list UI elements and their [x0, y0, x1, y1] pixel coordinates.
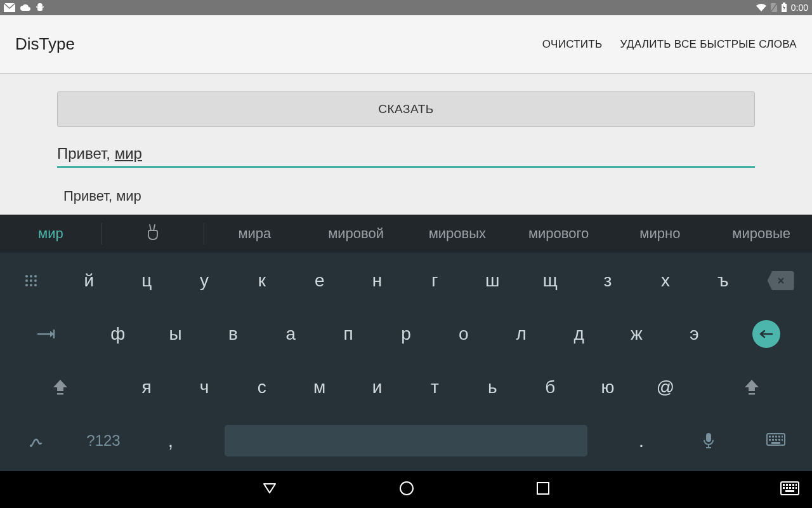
delete-all-quickwords-button[interactable]: УДАЛИТЬ ВСЕ БЫСТРЫЕ СЛОВА: [620, 38, 797, 51]
key-letter[interactable]: д: [550, 307, 608, 361]
shift-key-right[interactable]: [694, 361, 809, 414]
svg-point-11: [25, 279, 28, 282]
key-letter[interactable]: в: [204, 307, 262, 361]
svg-point-12: [30, 279, 32, 282]
svg-point-13: [34, 279, 37, 282]
enter-key[interactable]: [723, 307, 809, 361]
navigation-bar: [0, 471, 812, 508]
svg-rect-41: [782, 439, 783, 441]
android-debug-icon: [36, 3, 44, 13]
svg-rect-39: [775, 439, 777, 441]
svg-rect-34: [775, 436, 777, 438]
key-letter[interactable]: ь: [464, 361, 521, 414]
key-letter[interactable]: м: [291, 361, 348, 414]
svg-rect-48: [786, 484, 788, 486]
key-letter[interactable]: ш: [464, 254, 521, 307]
svg-marker-25: [745, 380, 759, 391]
key-letter[interactable]: ф: [89, 307, 147, 361]
key-letter[interactable]: н: [348, 254, 406, 307]
voice-input-key[interactable]: [675, 414, 742, 467]
square-icon: [535, 481, 551, 496]
key-letter[interactable]: ч: [176, 361, 233, 414]
ime-switcher-button[interactable]: [780, 481, 799, 498]
home-button[interactable]: [398, 480, 415, 499]
shift-key-left[interactable]: [3, 361, 118, 414]
svg-rect-35: [778, 436, 780, 438]
suggestion-item[interactable]: мировой: [305, 225, 407, 242]
key-letter[interactable]: щ: [521, 254, 579, 307]
numpad-icon[interactable]: [3, 254, 60, 307]
svg-rect-6: [783, 3, 785, 4]
recents-button[interactable]: [535, 481, 551, 498]
key-letter[interactable]: с: [233, 361, 291, 414]
mail-icon: [4, 3, 15, 12]
key-letter[interactable]: ж: [608, 307, 665, 361]
key-letter[interactable]: ы: [147, 307, 204, 361]
microphone-icon: [702, 432, 715, 450]
svg-rect-56: [796, 487, 797, 489]
key-letter[interactable]: п: [320, 307, 377, 361]
key-letter[interactable]: я: [118, 361, 176, 414]
key-letter[interactable]: л: [492, 307, 550, 361]
peace-hand-icon: [146, 224, 160, 240]
key-letter[interactable]: х: [636, 254, 694, 307]
svg-rect-49: [789, 484, 791, 486]
close-icon: [777, 277, 785, 284]
symbols-key[interactable]: ?123: [70, 414, 137, 467]
back-button[interactable]: [261, 480, 278, 499]
suggestion-item[interactable]: мирно: [610, 225, 711, 242]
svg-rect-37: [769, 439, 771, 441]
input-text-composing: мир: [115, 145, 142, 162]
suggestion-emoji[interactable]: [102, 224, 204, 244]
key-letter[interactable]: о: [435, 307, 492, 361]
suggestion-item[interactable]: мирового: [508, 225, 610, 242]
gesture-key[interactable]: [3, 414, 70, 467]
svg-rect-47: [783, 484, 785, 486]
svg-rect-33: [772, 436, 774, 438]
svg-rect-54: [789, 487, 791, 489]
history-line: Привет, мир: [57, 188, 755, 204]
key-at[interactable]: @: [636, 361, 694, 414]
key-letter[interactable]: й: [60, 254, 118, 307]
clear-button[interactable]: ОЧИСТИТЬ: [542, 38, 603, 51]
svg-rect-42: [771, 442, 780, 444]
comma-key[interactable]: ,: [137, 414, 204, 467]
key-letter[interactable]: т: [406, 361, 464, 414]
key-letter[interactable]: г: [406, 254, 464, 307]
svg-rect-36: [782, 436, 783, 438]
svg-rect-45: [537, 483, 549, 494]
key-letter[interactable]: б: [521, 361, 579, 414]
text-input[interactable]: Привет, мир: [57, 145, 755, 168]
app-title: DisType: [15, 34, 75, 54]
space-key[interactable]: [204, 414, 608, 467]
svg-point-27: [30, 444, 32, 447]
key-letter[interactable]: у: [176, 254, 233, 307]
key-letter[interactable]: ц: [118, 254, 176, 307]
svg-point-15: [30, 284, 32, 286]
hide-keyboard-key[interactable]: [742, 414, 809, 467]
main-content: СКАЗАТЬ Привет, мир Привет, мир: [0, 74, 812, 215]
svg-point-16: [34, 284, 37, 286]
key-letter[interactable]: к: [233, 254, 291, 307]
suggestion-item[interactable]: мира: [204, 225, 306, 242]
key-letter[interactable]: ю: [579, 361, 637, 414]
svg-rect-38: [772, 439, 774, 441]
key-letter[interactable]: р: [377, 307, 435, 361]
period-key[interactable]: .: [608, 414, 675, 467]
suggestion-item[interactable]: мировые: [710, 225, 812, 242]
svg-rect-1: [37, 6, 43, 11]
key-letter[interactable]: е: [291, 254, 348, 307]
key-letter[interactable]: э: [665, 307, 723, 361]
suggestion-primary[interactable]: мир: [0, 225, 102, 242]
suggestion-item[interactable]: мировых: [407, 225, 508, 242]
backspace-key[interactable]: [752, 254, 809, 307]
key-letter[interactable]: ъ: [694, 254, 752, 307]
key-letter[interactable]: а: [262, 307, 320, 361]
tab-key[interactable]: [3, 307, 89, 361]
svg-point-44: [400, 482, 413, 495]
key-letter[interactable]: з: [579, 254, 637, 307]
circle-icon: [398, 480, 415, 497]
app-bar: DisType ОЧИСТИТЬ УДАЛИТЬ ВСЕ БЫСТРЫЕ СЛО…: [0, 15, 812, 74]
key-letter[interactable]: и: [348, 361, 406, 414]
say-button[interactable]: СКАЗАТЬ: [57, 91, 755, 127]
